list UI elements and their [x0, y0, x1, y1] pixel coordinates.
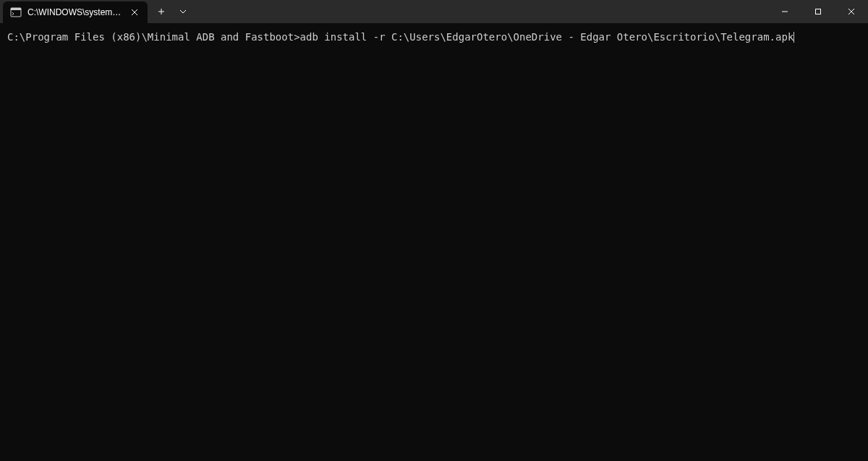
close-window-button[interactable]	[835, 0, 868, 23]
tab-dropdown-button[interactable]	[172, 0, 194, 23]
svg-rect-2	[816, 9, 821, 14]
text-cursor	[793, 32, 794, 43]
terminal-content[interactable]: C:\Program Files (x86)\Minimal ADB and F…	[0, 23, 868, 51]
prompt-text: C:\Program Files (x86)\Minimal ADB and F…	[7, 31, 300, 43]
tab-cmd[interactable]: C:\WINDOWS\system32\cmd.	[3, 1, 148, 23]
tab-close-button[interactable]	[129, 7, 140, 18]
new-tab-button[interactable]	[150, 0, 172, 23]
maximize-button[interactable]	[801, 0, 835, 23]
titlebar: C:\WINDOWS\system32\cmd.	[0, 0, 868, 23]
window-controls	[768, 0, 868, 23]
minimize-button[interactable]	[768, 0, 801, 23]
tab-title: C:\WINDOWS\system32\cmd.	[27, 7, 123, 17]
command-text: adb install -r C:\Users\EdgarOtero\OneDr…	[300, 31, 794, 43]
cmd-icon	[10, 7, 22, 18]
svg-rect-1	[11, 8, 21, 10]
titlebar-spacer[interactable]	[194, 0, 768, 23]
